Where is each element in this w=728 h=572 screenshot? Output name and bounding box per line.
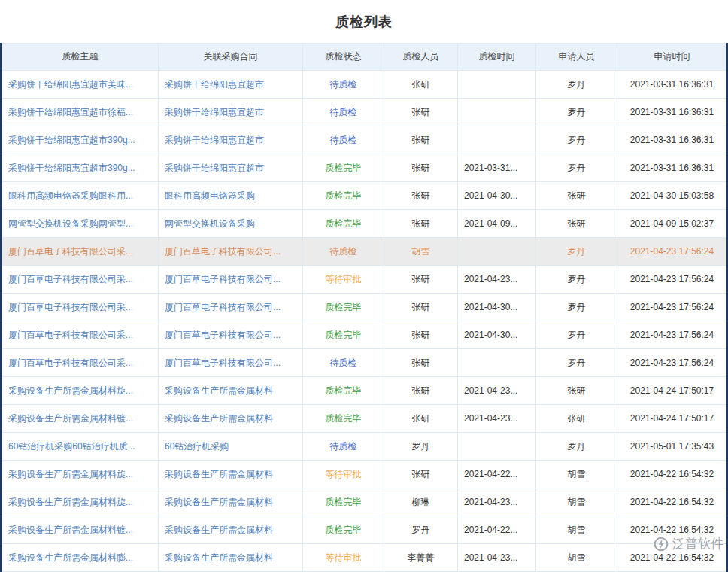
applicant-name: 罗丹 (536, 99, 617, 126)
contract-link[interactable]: 采购设备生产所需金属材料 (159, 405, 303, 433)
contract-link[interactable]: 采购饼干给绵阳惠宜超市 (159, 126, 303, 154)
contract-link[interactable]: 采购设备生产所需金属材料 (159, 461, 303, 488)
contract-link[interactable]: 采购设备生产所需金属材料 (159, 377, 303, 405)
table-row[interactable]: 厦门百草电子科技有限公司采...厦门百草电子科技有限公司...待质检胡雪罗丹20… (2, 238, 727, 266)
contract-link[interactable]: 厦门百草电子科技有限公司... (159, 266, 303, 294)
contract-link[interactable]: 网管型交换机设备采购 (159, 210, 303, 238)
inspect-time: 2021-04-23... (458, 405, 536, 433)
contract-link[interactable]: 厦门百草电子科技有限公司... (159, 294, 303, 321)
apply-time: 2021-03-31 16:36:31 (617, 154, 727, 182)
inspect-time: 2021-03-31... (458, 154, 536, 182)
apply-time: 2021-04-23 17:56:24 (617, 321, 727, 349)
inspection-list-table: 质检主题关联采购合同质检状态质检人员质检时间申请人员申请时间 采购饼干给绵阳惠宜… (2, 43, 726, 572)
inspect-time (458, 433, 536, 461)
table-row[interactable]: 厦门百草电子科技有限公司采...厦门百草电子科技有限公司...质检完毕张研202… (2, 321, 727, 349)
subject-link[interactable]: 采购饼干给绵阳惠宜超市390g... (2, 154, 159, 182)
subject-link[interactable]: 采购设备生产所需金属材料镀... (2, 405, 159, 433)
subject-link[interactable]: 采购饼干给绵阳惠宜超市390g... (2, 126, 159, 154)
apply-time: 2021-04-24 17:50:17 (617, 405, 727, 433)
inspect-time: 2021-04-23... (458, 488, 536, 516)
subject-link[interactable]: 采购饼干给绵阳惠宜超市徐福... (2, 99, 159, 126)
status-text: 待质检 (303, 71, 384, 99)
applicant-name: 罗丹 (536, 349, 617, 377)
inspector-name: 胡雪 (384, 238, 458, 266)
subject-link[interactable]: 厦门百草电子科技有限公司采... (2, 238, 159, 266)
contract-link[interactable]: 采购设备生产所需金属材料 (159, 544, 303, 572)
table-row[interactable]: 眼科用高频电铬器采购眼科用...眼科用高频电铬器采购质检完毕张研2021-04-… (2, 182, 727, 210)
inspect-time: 2021-04-23... (458, 544, 536, 572)
inspector-name: 张研 (384, 154, 458, 182)
inspector-name: 张研 (384, 405, 458, 433)
table-row[interactable]: 采购设备生产所需金属材料旋...采购设备生产所需金属材料质检完毕柳琳2021-0… (2, 488, 727, 516)
contract-link[interactable]: 采购饼干给绵阳惠宜超市 (159, 154, 303, 182)
contract-link[interactable]: 采购饼干给绵阳惠宜超市 (159, 99, 303, 126)
applicant-name: 张研 (536, 377, 617, 405)
apply-time: 2021-04-22 16:54:32 (617, 461, 727, 488)
status-text: 等待审批 (303, 461, 384, 488)
page-edge-left (0, 43, 2, 572)
table-row[interactable]: 采购设备生产所需金属材料膨...采购设备生产所需金属材料等待审批李菁菁2021-… (2, 544, 727, 572)
subject-link[interactable]: 采购饼干给绵阳惠宜超市美味... (2, 71, 159, 99)
table-row[interactable]: 网管型交换机设备采购网管型...网管型交换机设备采购质检完毕张研2021-04-… (2, 210, 727, 238)
status-text: 等待审批 (303, 266, 384, 294)
status-text: 待质检 (303, 433, 384, 461)
table-row[interactable]: 厦门百草电子科技有限公司采...厦门百草电子科技有限公司...待质检张研罗丹20… (2, 349, 727, 377)
table-row[interactable]: 采购饼干给绵阳惠宜超市390g...采购饼干给绵阳惠宜超市质检完毕张研2021-… (2, 154, 727, 182)
subject-link[interactable]: 采购设备生产所需金属材料旋... (2, 377, 159, 405)
column-header-status: 质检状态 (303, 44, 384, 71)
table-row[interactable]: 采购饼干给绵阳惠宜超市390g...采购饼干给绵阳惠宜超市待质检张研罗丹2021… (2, 126, 727, 154)
subject-link[interactable]: 采购设备生产所需金属材料镀... (2, 516, 159, 544)
status-text: 等待审批 (303, 544, 384, 572)
apply-time: 2021-03-31 16:36:31 (617, 99, 727, 126)
table-row[interactable]: 厦门百草电子科技有限公司采...厦门百草电子科技有限公司...等待审批张研202… (2, 266, 727, 294)
subject-link[interactable]: 厦门百草电子科技有限公司采... (2, 266, 159, 294)
contract-link[interactable]: 采购设备生产所需金属材料 (159, 516, 303, 544)
status-text: 待质检 (303, 238, 384, 266)
table-row[interactable]: 采购饼干给绵阳惠宜超市美味...采购饼干给绵阳惠宜超市待质检张研罗丹2021-0… (2, 71, 727, 99)
subject-link[interactable]: 采购设备生产所需金属材料旋... (2, 461, 159, 488)
contract-link[interactable]: 60钴治疗机采购 (159, 433, 303, 461)
apply-time: 2021-04-23 17:56:24 (617, 349, 727, 377)
contract-link[interactable]: 采购设备生产所需金属材料 (159, 488, 303, 516)
subject-link[interactable]: 眼科用高频电铬器采购眼科用... (2, 182, 159, 210)
apply-time: 2021-04-23 17:56:24 (617, 266, 727, 294)
subject-link[interactable]: 采购设备生产所需金属材料膨... (2, 544, 159, 572)
inspect-time: 2021-04-30... (458, 182, 536, 210)
contract-link[interactable]: 厦门百草电子科技有限公司... (159, 321, 303, 349)
inspector-name: 张研 (384, 321, 458, 349)
subject-link[interactable]: 厦门百草电子科技有限公司采... (2, 321, 159, 349)
table-row[interactable]: 厦门百草电子科技有限公司采...厦门百草电子科技有限公司...质检完毕张研202… (2, 294, 727, 321)
table-row[interactable]: 采购饼干给绵阳惠宜超市徐福...采购饼干给绵阳惠宜超市待质检张研罗丹2021-0… (2, 99, 727, 126)
subject-link[interactable]: 网管型交换机设备采购网管型... (2, 210, 159, 238)
status-text: 质检完毕 (303, 154, 384, 182)
contract-link[interactable]: 厦门百草电子科技有限公司... (159, 349, 303, 377)
apply-time: 2021-04-24 17:50:17 (617, 377, 727, 405)
inspect-time: 2021-04-30... (458, 321, 536, 349)
inspector-name: 张研 (384, 71, 458, 99)
applicant-name: 胡雪 (536, 516, 617, 544)
subject-link[interactable]: 厦门百草电子科技有限公司采... (2, 349, 159, 377)
contract-link[interactable]: 采购饼干给绵阳惠宜超市 (159, 71, 303, 99)
table-row[interactable]: 60钴治疗机采购60钴治疗机质...60钴治疗机采购待质检罗丹罗丹2021-05… (2, 433, 727, 461)
table-row[interactable]: 采购设备生产所需金属材料旋...采购设备生产所需金属材料等待审批张研2021-0… (2, 461, 727, 488)
column-header-inspect_time: 质检时间 (458, 44, 536, 71)
table-row[interactable]: 采购设备生产所需金属材料旋...采购设备生产所需金属材料质检完毕张研2021-0… (2, 377, 727, 405)
column-header-contract: 关联采购合同 (159, 44, 303, 71)
table-row[interactable]: 采购设备生产所需金属材料镀...采购设备生产所需金属材料质检完毕罗丹2021-0… (2, 516, 727, 544)
inspect-time (458, 238, 536, 266)
inspection-table: 质检主题关联采购合同质检状态质检人员质检时间申请人员申请时间 采购饼干给绵阳惠宜… (2, 43, 726, 572)
table-row[interactable]: 采购设备生产所需金属材料镀...采购设备生产所需金属材料质检完毕张研2021-0… (2, 405, 727, 433)
subject-link[interactable]: 厦门百草电子科技有限公司采... (2, 294, 159, 321)
applicant-name: 胡雪 (536, 461, 617, 488)
inspector-name: 张研 (384, 210, 458, 238)
contract-link[interactable]: 厦门百草电子科技有限公司... (159, 238, 303, 266)
subject-link[interactable]: 60钴治疗机采购60钴治疗机质... (2, 433, 159, 461)
status-text: 质检完毕 (303, 182, 384, 210)
contract-link[interactable]: 眼科用高频电铬器采购 (159, 182, 303, 210)
inspect-time (458, 71, 536, 99)
applicant-name: 罗丹 (536, 71, 617, 99)
column-header-applicant: 申请人员 (536, 44, 617, 71)
status-text: 质检完毕 (303, 516, 384, 544)
table-header-row: 质检主题关联采购合同质检状态质检人员质检时间申请人员申请时间 (2, 44, 727, 71)
subject-link[interactable]: 采购设备生产所需金属材料旋... (2, 488, 159, 516)
